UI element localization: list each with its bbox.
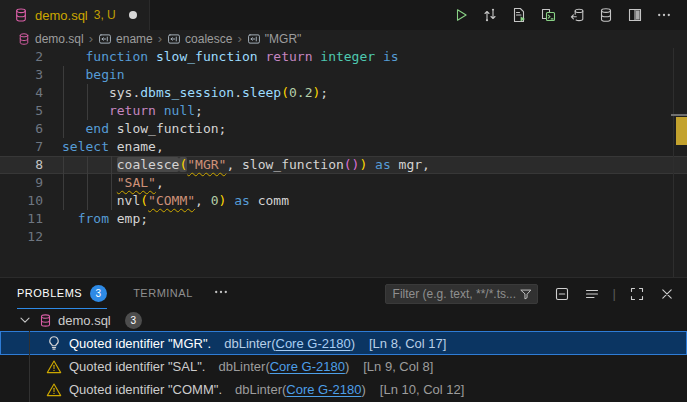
view-as-table-button[interactable] (582, 284, 602, 304)
problem-source: dbLinter(Core G-2180) (218, 359, 349, 374)
code-line[interactable]: 12 (0, 228, 687, 246)
problem-message: Quoted identifier "SAL". (69, 359, 205, 374)
code-line[interactable]: 9 "SAL", (0, 174, 687, 192)
breadcrumb: demo.sql›ename›coalesce›"MGR" (0, 30, 687, 48)
problem-message: Quoted identifier "COMM". (69, 382, 222, 397)
line-number[interactable]: 12 (0, 228, 50, 246)
code-line[interactable]: 7select ename, (0, 138, 687, 156)
problems-group-row[interactable]: demo.sql 3 (0, 309, 687, 331)
scrollbar-thumb[interactable] (671, 114, 687, 116)
problem-row[interactable]: Quoted identifier "COMM".dbLinter(Core G… (0, 378, 687, 401)
code-text: select ename, (50, 138, 164, 156)
indent-guide (111, 156, 112, 210)
editor-tab[interactable]: demo.sql 3, U (0, 0, 150, 30)
warning-icon (46, 359, 62, 375)
problem-code-link[interactable]: Core G-2180 (286, 382, 361, 397)
problem-row[interactable]: Quoted identifier "MGR".dbLinter(Core G-… (0, 331, 687, 355)
line-number[interactable]: 6 (0, 120, 50, 138)
code-line[interactable]: 10 nvl("COMM", 0) as comm (0, 192, 687, 210)
tab-problems[interactable]: PROBLEMS3 (17, 278, 107, 309)
collapse-all-button[interactable] (552, 284, 572, 304)
run-button[interactable] (450, 4, 472, 26)
code-text: sys.dbms_session.sleep(0.2); (50, 84, 328, 102)
tab-title: demo.sql (35, 8, 88, 23)
maximize-panel-button[interactable] (627, 284, 647, 304)
line-number[interactable]: 11 (0, 210, 50, 228)
code-text: begin (50, 66, 125, 84)
code-line[interactable]: 5 return null; (0, 102, 687, 120)
chevron-down-icon[interactable] (17, 312, 33, 328)
problems-count-badge: 3 (90, 285, 107, 302)
symbol-field-icon (98, 32, 112, 46)
code-line[interactable]: 6 end slow_function; (0, 120, 687, 138)
code-line[interactable]: 2 function slow_function return integer … (0, 48, 687, 66)
indent-guide (87, 84, 88, 120)
filter-funnel-icon (519, 287, 533, 301)
line-number[interactable]: 9 (0, 174, 50, 192)
database-icon (17, 32, 31, 46)
tree-indent-guide (29, 331, 30, 402)
overview-ruler[interactable] (673, 48, 687, 277)
bottom-panel: PROBLEMS3TERMINAL | demo.sql 3 Quoted id… (0, 277, 687, 402)
problem-code-link[interactable]: Core G-2180 (276, 336, 351, 351)
panel-header: PROBLEMS3TERMINAL | (0, 278, 687, 309)
breadcrumb-label: coalesce (185, 32, 232, 46)
indent-guide (63, 156, 64, 210)
close-panel-button[interactable] (657, 284, 677, 304)
panel-more-tabs-button[interactable] (213, 284, 229, 304)
problem-row[interactable]: Quoted identifier "SAL".dbLinter(Core G-… (0, 355, 687, 378)
split-editor-button[interactable] (624, 4, 646, 26)
panel-tab-label: TERMINAL (133, 287, 193, 299)
code-text: function slow_function return integer is (50, 48, 399, 66)
code-line[interactable]: 8 coalesce("MGR", slow_function()) as mg… (0, 156, 687, 174)
group-count-badge: 3 (125, 312, 142, 329)
panel-tab-label: PROBLEMS (17, 287, 82, 299)
breadcrumb-label: demo.sql (35, 32, 84, 46)
line-number[interactable]: 3 (0, 66, 50, 84)
vscode-window: demo.sql 3, U demo.sql›ename›coalesce›"M… (0, 0, 687, 402)
more-actions-button[interactable] (653, 4, 675, 26)
line-number[interactable]: 7 (0, 138, 50, 156)
indent-guide (87, 156, 88, 210)
code-text: nvl("COMM", 0) as comm (50, 192, 289, 210)
panel-toolbar: | (385, 284, 677, 304)
modified-dot[interactable] (129, 11, 137, 19)
breadcrumb-label: "MGR" (265, 32, 302, 46)
code-line[interactable]: 4 sys.dbms_session.sleep(0.2); (0, 84, 687, 102)
problems-filter-input[interactable] (393, 287, 519, 301)
panel-tabs: PROBLEMS3TERMINAL (17, 278, 219, 309)
symbol-field-icon (247, 32, 261, 46)
breadcrumb-item[interactable]: coalesce (167, 32, 232, 46)
breadcrumb-item[interactable]: "MGR" (247, 32, 302, 46)
run-script-button[interactable] (508, 4, 530, 26)
code-line[interactable]: 11 from emp; (0, 210, 687, 228)
problem-source: dbLinter(Core G-2180) (224, 336, 355, 351)
schema-browser-button[interactable] (566, 4, 588, 26)
toolbar-separator: | (612, 286, 617, 301)
warning-icon (46, 382, 62, 398)
line-number[interactable]: 10 (0, 192, 50, 210)
code-text: return null; (50, 102, 203, 120)
line-number[interactable]: 8 (0, 156, 50, 174)
problem-location: [Ln 9, Col 8] (363, 359, 433, 374)
problem-code-link[interactable]: Core G-2180 (270, 359, 345, 374)
connections-button[interactable] (595, 4, 617, 26)
breadcrumb-item[interactable]: ename (98, 32, 153, 46)
line-number[interactable]: 2 (0, 48, 50, 66)
tab-terminal[interactable]: TERMINAL (133, 278, 193, 309)
problem-source: dbLinter(Core G-2180) (235, 382, 366, 397)
sql-console-button[interactable] (537, 4, 559, 26)
code-text (50, 228, 62, 246)
line-number[interactable]: 4 (0, 84, 50, 102)
line-number[interactable]: 5 (0, 102, 50, 120)
breadcrumb-label: ename (116, 32, 153, 46)
indent-guide (63, 66, 64, 138)
editor-actions (450, 0, 687, 30)
code-editor[interactable]: 2 function slow_function return integer … (0, 48, 687, 277)
panel-action-buttons: | (552, 284, 677, 304)
problem-location: [Ln 8, Col 17] (369, 336, 446, 351)
code-line[interactable]: 3 begin (0, 66, 687, 84)
code-text: "SAL", (50, 174, 164, 192)
breadcrumb-item[interactable]: demo.sql (17, 32, 84, 46)
sync-button[interactable] (479, 4, 501, 26)
